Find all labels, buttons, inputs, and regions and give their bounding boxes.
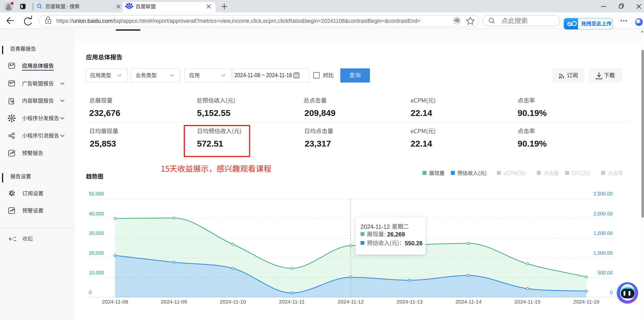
svg-text:30,000: 30,000 [89,230,104,236]
svg-text:2024-11-16: 2024-11-16 [573,299,599,305]
svg-text:22.14: 22.14 [411,108,432,118]
svg-text:2024-11-08 ~ 2024-11-16: 2024-11-08 ~ 2024-11-16 [234,72,292,78]
svg-text:2024-11-10: 2024-11-10 [220,299,246,305]
svg-text:2024-11-15: 2024-11-15 [514,299,540,305]
svg-text:2024-11-12: 2024-11-12 [338,299,364,305]
svg-text:90.19%: 90.19% [518,108,547,118]
svg-text:500.00: 500.00 [597,270,613,275]
svg-text:2024-11-09: 2024-11-09 [161,299,187,305]
svg-text:572.51: 572.51 [197,139,223,148]
svg-text:2,500.00: 2,500.00 [593,191,613,196]
svg-text:1,500.00: 1,500.00 [593,230,613,236]
svg-text:90.19%: 90.19% [518,139,547,148]
svg-text:25,853: 25,853 [90,139,116,148]
svg-text:2024-11-11: 2024-11-11 [279,299,305,305]
svg-text:20,000: 20,000 [89,250,104,256]
svg-text:https://union.baidu.com/bqt/ap: https://union.baidu.com/bqt/appco.html#/… [56,18,420,24]
svg-text:0: 0 [610,290,613,295]
svg-text::: : [384,231,386,238]
svg-text:5,152.55: 5,152.55 [197,108,230,118]
svg-text:40,000: 40,000 [89,211,104,216]
svg-text:232,676: 232,676 [89,108,120,118]
svg-text:2024-11-14: 2024-11-14 [455,299,481,305]
svg-text:209,849: 209,849 [304,108,336,118]
svg-text:550.26: 550.26 [405,240,423,247]
svg-text:22.14: 22.14 [411,139,432,148]
svg-text:0: 0 [89,290,92,295]
svg-text:du: du [128,6,130,8]
svg-text:50,000: 50,000 [89,191,104,196]
svg-text:2024-11-12: 2024-11-12 [361,224,390,230]
svg-text:2,000.00: 2,000.00 [593,211,613,216]
svg-text:2024-11-13: 2024-11-13 [396,299,423,305]
svg-text:1,000.00: 1,000.00 [593,250,613,256]
svg-text:10,000: 10,000 [89,270,104,275]
svg-text:26,269: 26,269 [387,231,405,238]
svg-text:2024-11-08: 2024-11-08 [102,299,128,305]
svg-text:23,317: 23,317 [305,139,331,148]
